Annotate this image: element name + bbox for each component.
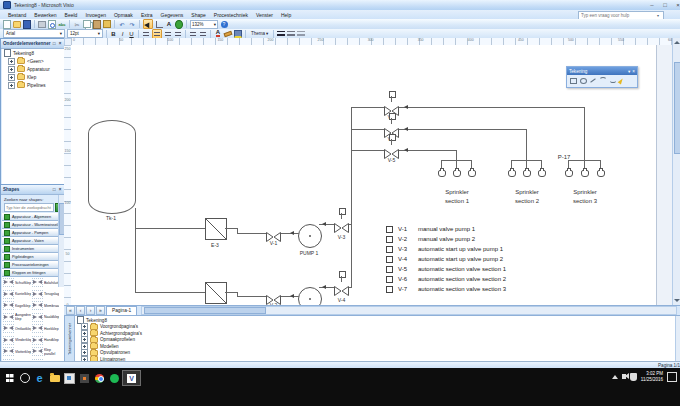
align-left-button[interactable] — [142, 30, 150, 38]
align-center-button[interactable] — [152, 29, 162, 39]
maximize-button[interactable]: □ — [660, 1, 670, 10]
pipe[interactable] — [584, 107, 585, 161]
menu-item[interactable]: Extra — [137, 11, 157, 19]
bold-button[interactable]: B — [110, 30, 117, 38]
theme-button[interactable]: Thema▾ — [249, 31, 270, 36]
menu-item[interactable]: Bewerken — [30, 11, 60, 19]
pump2-shape[interactable] — [298, 287, 322, 305]
page-tab[interactable]: Pagina-1 — [106, 306, 137, 315]
volume-icon[interactable] — [622, 374, 626, 379]
shape-master[interactable]: Vlinderklep — [2, 335, 31, 346]
pipe[interactable] — [135, 228, 206, 229]
menu-item[interactable]: Bestand — [4, 11, 30, 19]
pipe[interactable] — [399, 129, 527, 130]
vertical-scrollbar[interactable] — [672, 38, 680, 305]
tree-root[interactable]: Tekening8 — [2, 49, 64, 57]
shape-master[interactable]: Bolafsluiter — [31, 277, 59, 288]
sprinkler-head-shape[interactable] — [565, 170, 573, 177]
help-search-input[interactable] — [579, 13, 657, 18]
chevron-down-icon[interactable]: ▾ — [628, 69, 630, 74]
pipe[interactable] — [135, 208, 136, 293]
ellipse-tool-icon[interactable] — [580, 78, 587, 84]
expand-icon[interactable] — [8, 58, 15, 65]
menu-item[interactable]: Gegevens — [157, 11, 188, 19]
rectangle-tool-icon[interactable] — [570, 78, 577, 84]
valve-v6[interactable] — [384, 124, 399, 134]
previous-page-button[interactable]: ‹ — [76, 306, 85, 315]
redo-button[interactable]: ↷ — [128, 20, 136, 28]
help-button[interactable]: ? — [220, 20, 228, 28]
pipe[interactable] — [237, 296, 267, 297]
text-tool-button[interactable]: A — [165, 20, 173, 28]
stencil-bar[interactable]: Pijpleidingen — [2, 253, 64, 261]
align-right-button[interactable] — [164, 30, 172, 38]
search-icon[interactable] — [17, 371, 32, 385]
sprinkler-head-shape[interactable] — [597, 170, 605, 177]
next-page-button[interactable]: › — [86, 306, 95, 315]
stencil-bar[interactable]: Apparatuur - Pompen — [2, 229, 64, 237]
panel-close-button[interactable]: × — [57, 41, 63, 46]
expand-icon[interactable] — [8, 82, 15, 89]
bullets-button[interactable] — [189, 30, 197, 38]
pipe[interactable] — [399, 107, 585, 108]
minimize-button[interactable]: – — [647, 1, 657, 10]
sprinkler-head-shape[interactable] — [453, 170, 461, 177]
line-style-button[interactable] — [287, 30, 295, 38]
visio-taskbar-icon[interactable]: V — [122, 370, 141, 386]
pointer-tool-button[interactable] — [143, 19, 153, 29]
panel-close-button[interactable]: × — [57, 187, 63, 192]
close-button[interactable]: × — [673, 1, 680, 10]
spelling-button[interactable]: abc — [58, 20, 66, 28]
italic-button[interactable]: I — [119, 30, 126, 38]
menu-item[interactable]: Procestechniek — [210, 11, 252, 19]
arrow-style-button[interactable] — [297, 30, 305, 38]
pipe[interactable] — [352, 150, 384, 151]
print-button[interactable] — [38, 20, 46, 28]
sprinkler-head-shape[interactable] — [538, 170, 546, 177]
shape-master[interactable]: Kogelklep — [2, 300, 31, 311]
undo-button[interactable]: ↶ — [118, 20, 126, 28]
store-icon[interactable] — [77, 371, 92, 385]
tree-item[interactable]: Klep — [2, 73, 64, 81]
floating-toolbar-header[interactable]: Tekening ▾ × — [567, 67, 637, 75]
shape-master[interactable]: Hoekklep — [31, 323, 59, 334]
stencil-bar[interactable]: Kleppen en fittingen — [2, 269, 64, 277]
pipe[interactable] — [352, 107, 384, 108]
chrome-icon[interactable] — [92, 371, 107, 385]
shape-master[interactable]: Klep parallel — [31, 346, 59, 357]
sprinkler-head-shape[interactable] — [508, 170, 516, 177]
last-page-button[interactable]: » — [96, 306, 105, 315]
stencil-bar[interactable]: Instrumenten — [2, 245, 64, 253]
security-shield-icon[interactable] — [630, 373, 637, 381]
scrollbar-thumb[interactable] — [674, 62, 680, 154]
valve-v2[interactable] — [266, 291, 281, 301]
shape-master[interactable]: Terugslagklep — [31, 289, 59, 300]
paste-button[interactable] — [93, 20, 101, 28]
save-button[interactable] — [23, 20, 31, 28]
freeform-tool-icon[interactable] — [610, 79, 616, 83]
drawing-explorer-strip[interactable]: Tekeningverkenner — [65, 316, 75, 363]
valve-v4[interactable] — [334, 282, 349, 292]
menu-item[interactable]: Help — [277, 11, 295, 19]
scroll-up-icon[interactable] — [674, 41, 680, 44]
expand-icon[interactable] — [8, 66, 15, 73]
shape-master[interactable]: Aangedreven klep — [2, 312, 31, 323]
format-painter-button[interactable] — [103, 20, 111, 28]
shape-master[interactable]: Handklep — [31, 335, 59, 346]
menu-item[interactable]: Invoegen — [81, 11, 110, 19]
explorer-scrollbar[interactable] — [675, 316, 680, 363]
stencil-bar[interactable]: Procesaantekeningen — [2, 261, 64, 269]
stencil-bar[interactable]: Apparatuur - Warmtewisselaars — [2, 221, 64, 229]
pipe[interactable] — [351, 107, 352, 288]
tree-item[interactable]: Pipelines — [2, 81, 64, 89]
taskbar-clock[interactable]: 3:02 PM 11/25/2016 — [641, 371, 663, 382]
heat-exchanger-shape[interactable] — [205, 218, 227, 240]
menu-item[interactable]: Beeld — [61, 11, 82, 19]
tree-item[interactable]: Apparatuur — [2, 65, 64, 73]
arc-tool-icon[interactable] — [599, 77, 607, 85]
edge-icon[interactable]: e — [32, 371, 47, 385]
sprinkler-head-shape[interactable] — [581, 170, 589, 177]
line-color-button[interactable] — [224, 30, 232, 38]
valve-v1[interactable] — [266, 228, 281, 238]
font-size-select[interactable]: 12pt▾ — [67, 29, 103, 38]
